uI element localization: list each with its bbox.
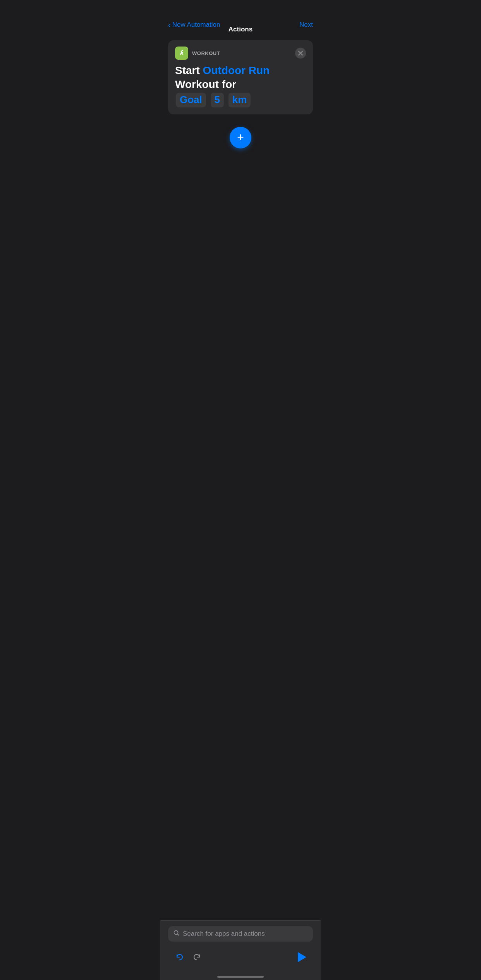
card-header: WORKOUT: [175, 47, 306, 60]
page-title: Actions: [228, 21, 253, 38]
runner-icon: [177, 49, 186, 57]
value-pill[interactable]: 5: [211, 93, 224, 107]
navigation-bar: ‹ New Automation Actions Next: [160, 0, 321, 34]
chevron-left-icon: ‹: [168, 21, 171, 29]
start-text: Start: [175, 64, 200, 76]
close-button[interactable]: [295, 48, 306, 59]
search-icon: [174, 930, 180, 938]
goal-pill[interactable]: Goal: [176, 93, 206, 107]
back-label: New Automation: [172, 21, 220, 29]
svg-point-0: [182, 50, 183, 51]
next-button[interactable]: Next: [299, 21, 313, 29]
workout-icon: [175, 47, 188, 60]
run-button[interactable]: [293, 949, 310, 966]
plus-icon: +: [237, 131, 244, 143]
workout-for-text: Workout for: [175, 78, 236, 90]
workout-card: WORKOUT Start Outdoor Run Workout for Go…: [168, 40, 313, 114]
undo-icon: [174, 952, 185, 963]
play-icon: [298, 952, 306, 962]
home-indicator: [160, 973, 321, 980]
back-button[interactable]: ‹ New Automation: [168, 21, 220, 29]
card-header-left: WORKOUT: [175, 47, 220, 60]
unit-pill[interactable]: km: [228, 93, 251, 107]
add-action-button[interactable]: +: [230, 127, 251, 148]
close-icon: [298, 50, 303, 56]
bottom-bar: [160, 920, 321, 973]
card-label: WORKOUT: [192, 50, 220, 56]
bottom-actions: [168, 947, 313, 969]
home-bar: [217, 976, 264, 978]
undo-button[interactable]: [171, 949, 188, 966]
redo-button[interactable]: [188, 949, 205, 966]
search-input[interactable]: [183, 930, 307, 938]
search-bar[interactable]: [168, 926, 313, 942]
main-content: WORKOUT Start Outdoor Run Workout for Go…: [160, 34, 321, 920]
redo-icon: [191, 952, 202, 963]
outdoor-run-link[interactable]: Outdoor Run: [203, 64, 270, 76]
card-body: Start Outdoor Run Workout for Goal 5 km: [175, 64, 306, 108]
